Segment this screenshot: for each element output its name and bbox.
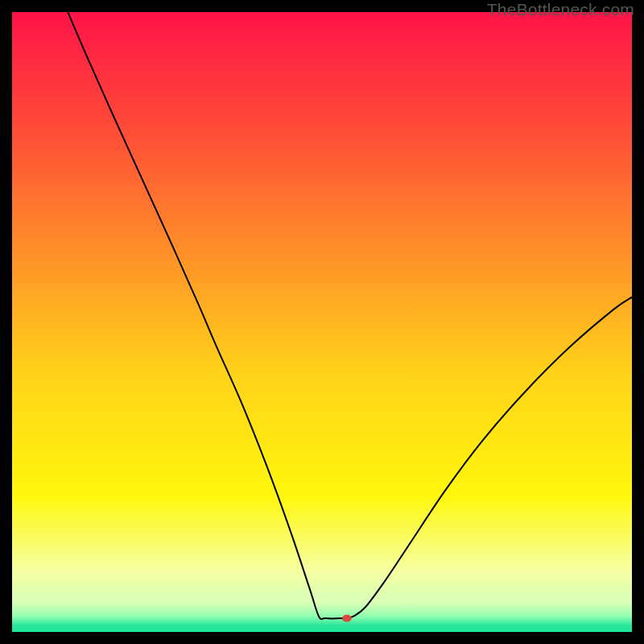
plot-area bbox=[12, 12, 632, 632]
gradient-background bbox=[12, 12, 632, 632]
optimum-marker bbox=[342, 615, 352, 622]
watermark-text: TheBottleneck.com bbox=[487, 0, 634, 19]
chart-svg bbox=[12, 12, 632, 632]
chart-frame: TheBottleneck.com bbox=[0, 0, 644, 644]
